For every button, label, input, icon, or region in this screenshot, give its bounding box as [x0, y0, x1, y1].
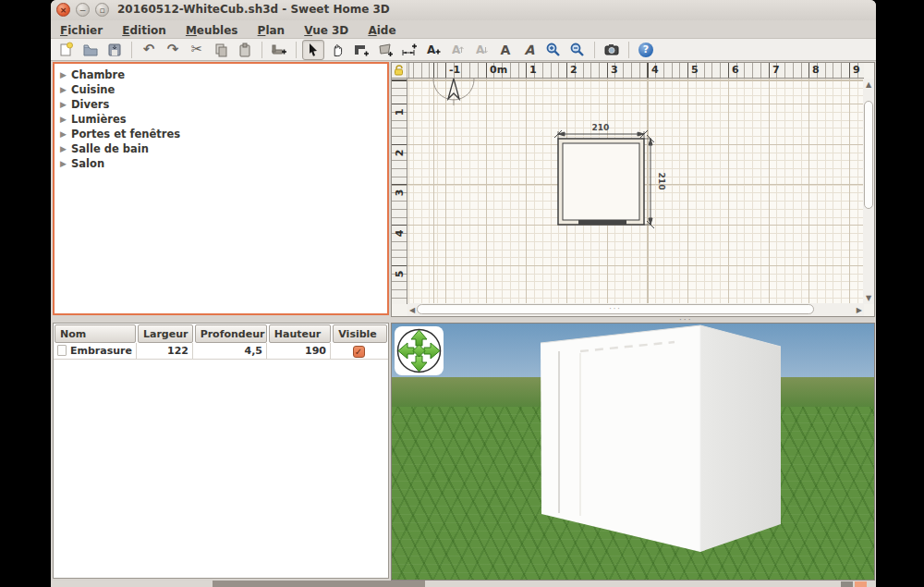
cell-largeur: 122	[137, 343, 193, 359]
pan-hand-icon	[329, 42, 346, 58]
catalog-category-lumieres[interactable]: ▶ Lumières	[55, 112, 387, 127]
catalog-category-salle-de-bain[interactable]: ▶ Salle de bain	[55, 141, 387, 156]
embrasure-piece[interactable]	[578, 220, 626, 225]
cell-visible: ✓	[331, 343, 386, 359]
cut-icon: ✂	[191, 43, 203, 56]
increase-text-size-button[interactable]: A	[446, 40, 468, 60]
catalog-category-cuisine[interactable]: ▶ Cuisine	[55, 82, 387, 97]
add-text-button[interactable]: A	[422, 40, 444, 60]
add-text-icon: A	[425, 42, 442, 58]
column-header-hauteur[interactable]: Hauteur	[269, 324, 331, 343]
collapsed-triangle-icon[interactable]: ▶	[60, 144, 71, 153]
nav-down-arrow-icon[interactable]	[411, 356, 427, 372]
maximize-button[interactable]: ▫	[95, 3, 109, 17]
collapsed-triangle-icon[interactable]: ▶	[60, 159, 71, 168]
table-row[interactable]: Embrasure 122 4,5 190 ✓	[54, 343, 388, 360]
visible-checkbox[interactable]: ✓	[353, 346, 365, 358]
column-header-visible[interactable]: Visible	[333, 324, 387, 343]
help-icon: ?	[638, 43, 653, 57]
copy-button[interactable]	[210, 40, 232, 60]
column-header-profondeur[interactable]: Profondeur	[195, 324, 267, 343]
create-rooms-button[interactable]	[374, 40, 396, 60]
cube-right-face	[700, 325, 781, 552]
collapsed-triangle-icon[interactable]: ▶	[60, 70, 71, 79]
nav-up-arrow-icon[interactable]	[411, 330, 427, 346]
menu-vue3d[interactable]: Vue 3D	[297, 22, 356, 37]
dimension-depth[interactable]: 210	[644, 135, 666, 228]
ruler-label: 9	[853, 64, 860, 76]
catalog-category-salon[interactable]: ▶ Salon	[55, 156, 387, 171]
furniture-catalog-panel[interactable]: ▶ Chambre ▶ Cuisine ▶ Divers ▶ Lumières …	[53, 62, 389, 315]
select-button[interactable]	[302, 40, 324, 60]
redo-button[interactable]: ↷	[162, 40, 184, 60]
italic-button[interactable]: A	[518, 40, 541, 60]
furniture-name: Embrasure	[70, 345, 132, 357]
collapsed-triangle-icon[interactable]: ▶	[60, 100, 71, 109]
zoom-in-icon	[545, 42, 562, 58]
open-button[interactable]	[79, 40, 102, 60]
minimize-button[interactable]: −	[76, 3, 90, 17]
dimension-depth-label: 210	[657, 173, 666, 190]
save-button[interactable]	[103, 40, 126, 60]
category-label: Lumières	[71, 113, 127, 126]
column-header-nom[interactable]: Nom	[55, 324, 136, 343]
create-dimensions-button[interactable]	[398, 40, 420, 60]
menu-plan[interactable]: Plan	[250, 22, 293, 37]
create-rooms-icon	[377, 42, 394, 58]
vertical-ruler: 1 2 3 4 5	[392, 79, 407, 304]
padlock-icon[interactable]	[392, 63, 407, 78]
menu-meubles[interactable]: Meubles	[178, 22, 246, 37]
help-button[interactable]: ?	[635, 40, 657, 60]
scroll-down-icon[interactable]: ▼	[866, 294, 871, 302]
vertical-scroll-thumb[interactable]	[864, 101, 873, 209]
titlebar[interactable]: × − ▫ 20160512-WhiteCub.sh3d - Sweet Hom…	[51, 0, 876, 20]
nav-center-icon[interactable]	[413, 345, 425, 357]
catalog-category-divers[interactable]: ▶ Divers	[55, 97, 387, 112]
increase-text-size-icon: A	[449, 42, 466, 58]
cut-button[interactable]: ✂	[186, 40, 208, 60]
redo-icon: ↷	[167, 43, 179, 56]
category-label: Portes et fenêtres	[71, 128, 180, 141]
scroll-left-icon[interactable]: ◀	[409, 306, 415, 314]
plan-horizontal-scrollbar[interactable]: ◀ ··· ▶	[407, 303, 864, 316]
white-cube-3d[interactable]	[392, 324, 874, 580]
create-photo-button[interactable]	[601, 40, 623, 60]
menu-fichier[interactable]: Fichier	[53, 22, 110, 37]
plan-canvas[interactable]: 210 210	[407, 79, 864, 304]
plan-vertical-scrollbar[interactable]: ▲ ▼	[863, 79, 874, 304]
new-home-button[interactable]	[55, 40, 78, 60]
ruler-label: 2	[394, 147, 406, 160]
create-walls-button[interactable]	[350, 40, 372, 60]
collapsed-triangle-icon[interactable]: ▶	[60, 85, 71, 94]
ruler-label: 5	[394, 268, 406, 281]
scroll-up-icon[interactable]: ▲	[866, 80, 871, 89]
create-dimensions-icon	[401, 42, 418, 58]
pan-button[interactable]	[326, 40, 348, 60]
zoom-out-button[interactable]	[566, 40, 589, 60]
copy-icon	[213, 42, 229, 58]
navigation-widget[interactable]	[395, 326, 444, 375]
menu-edition[interactable]: Edition	[115, 22, 174, 37]
paste-button[interactable]	[234, 40, 256, 60]
bold-button[interactable]: A	[494, 40, 517, 60]
ruler-label: 6	[732, 64, 739, 76]
dimension-width[interactable]: 210	[554, 123, 648, 139]
horizontal-scroll-thumb[interactable]: ···	[417, 304, 814, 314]
decrease-text-size-button[interactable]: A	[470, 40, 492, 60]
zoom-in-button[interactable]	[542, 40, 565, 60]
menu-aide[interactable]: Aide	[360, 22, 403, 37]
nav-left-arrow-icon[interactable]	[398, 343, 414, 359]
room-walls[interactable]	[558, 139, 644, 225]
scroll-right-icon[interactable]: ▶	[857, 306, 862, 314]
nav-right-arrow-icon[interactable]	[424, 343, 440, 359]
view-3d-panel[interactable]	[391, 323, 875, 581]
catalog-category-chambre[interactable]: ▶ Chambre	[55, 67, 387, 82]
close-button[interactable]: ×	[56, 3, 70, 17]
undo-button[interactable]: ↶	[138, 40, 160, 60]
catalog-category-portes-et-fenetres[interactable]: ▶ Portes et fenêtres	[55, 127, 387, 141]
camera-icon	[603, 42, 620, 58]
add-furniture-button[interactable]	[268, 40, 290, 60]
column-header-largeur[interactable]: Largeur	[138, 324, 193, 343]
collapsed-triangle-icon[interactable]: ▶	[60, 129, 71, 139]
collapsed-triangle-icon[interactable]: ▶	[60, 115, 71, 124]
